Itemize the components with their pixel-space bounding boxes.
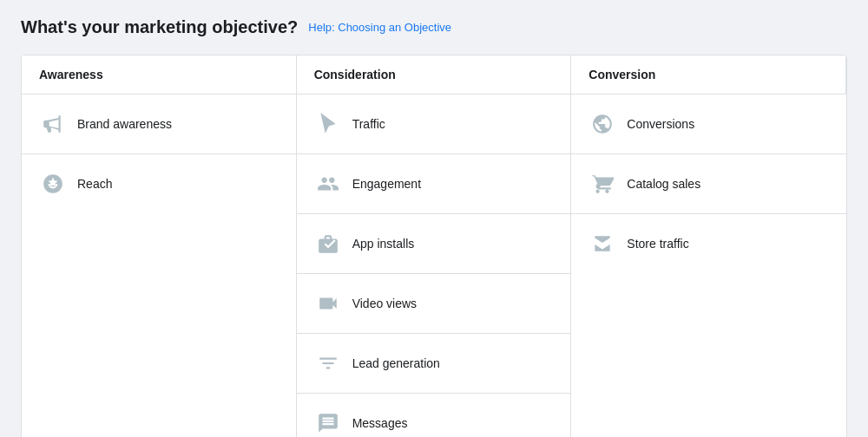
col-body-awareness: Brand awarenessReach [22,95,297,437]
item-label-catalog-sales: Catalog sales [627,177,700,191]
item-label-messages: Messages [352,416,408,430]
video-icon [314,290,342,317]
table-grid: AwarenessConsiderationConversionBrand aw… [22,55,846,437]
objectives-table: AwarenessConsiderationConversionBrand aw… [21,55,847,437]
item-label-video-views: Video views [352,297,417,310]
objective-item-video-views[interactable]: Video views [297,274,571,334]
store-icon [589,230,616,258]
objective-item-messages[interactable]: Messages [297,394,571,437]
item-label-store-traffic: Store traffic [627,237,688,251]
item-label-engagement: Engagement [352,177,421,191]
box-icon [314,230,342,258]
col-body-conversion: ConversionsCatalog salesStore traffic [571,95,846,437]
item-label-app-installs: App installs [352,237,415,251]
globe-icon [589,110,616,138]
engagement-icon [314,170,342,198]
cursor-icon [314,110,342,138]
col-header-conversion: Conversion [571,55,846,95]
col-header-consideration: Consideration [297,55,572,95]
objective-item-lead-generation[interactable]: Lead generation [297,334,571,394]
funnel-icon [314,349,342,377]
reach-icon [39,170,67,198]
megaphone-icon [39,110,67,138]
objective-item-catalog-sales[interactable]: Catalog sales [571,154,846,214]
item-label-conversions: Conversions [627,117,694,131]
messages-icon [314,409,342,437]
objective-item-store-traffic[interactable]: Store traffic [571,214,846,273]
col-body-consideration: TrafficEngagementApp installsVideo views… [297,95,572,437]
objective-item-traffic[interactable]: Traffic [297,95,571,154]
objective-item-reach[interactable]: Reach [22,154,296,213]
page-wrapper: What's your marketing objective? Help: C… [0,0,868,437]
page-header: What's your marketing objective? Help: C… [21,17,847,37]
item-label-brand-awareness: Brand awareness [77,117,172,131]
objective-item-conversions[interactable]: Conversions [571,95,846,154]
col-header-awareness: Awareness [22,55,297,95]
cart-icon [589,170,616,198]
help-link[interactable]: Help: Choosing an Objective [308,21,451,34]
objective-item-app-installs[interactable]: App installs [297,214,571,274]
objective-item-engagement[interactable]: Engagement [297,154,571,214]
objective-item-brand-awareness[interactable]: Brand awareness [22,95,296,154]
page-title: What's your marketing objective? [21,17,298,37]
item-label-reach: Reach [77,177,112,191]
item-label-lead-generation: Lead generation [352,356,440,370]
item-label-traffic: Traffic [352,117,385,131]
